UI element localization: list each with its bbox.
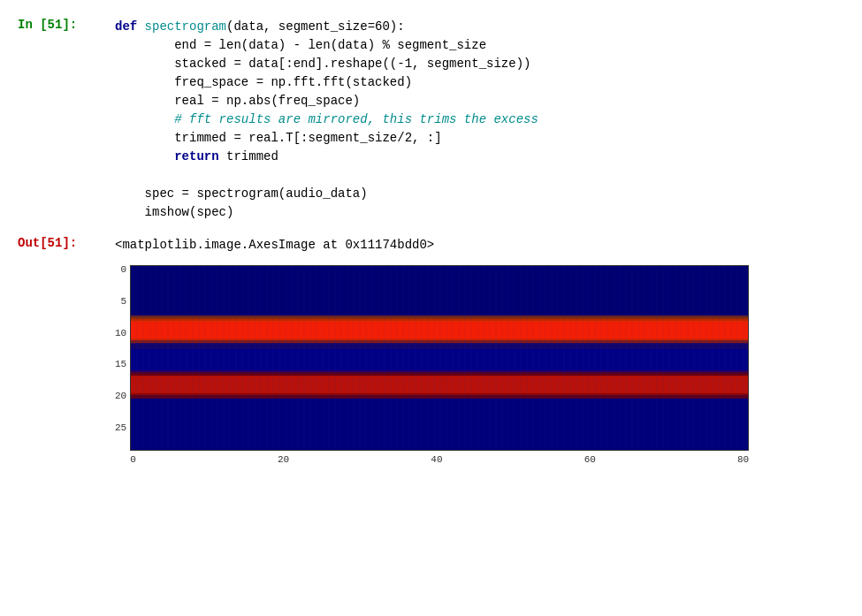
plot-area: 0 5 10 15 20 25 (115, 265, 858, 465)
x-label-40: 40 (431, 454, 442, 465)
code-line-6: # fft results are mirrored, this trims t… (115, 110, 858, 129)
code-line-7: trimmed = real.T[:segment_size/2, :] (115, 129, 858, 148)
keyword-def: def (115, 19, 145, 34)
code-line-8: return trimmed (115, 148, 858, 166)
x-label-60: 60 (584, 454, 596, 465)
output-row: Out[51]: <matplotlib.image.AxesImage at … (18, 236, 858, 255)
y-label-0: 0 (115, 265, 126, 275)
x-label-0: 0 (130, 454, 136, 465)
plot-container: 0 5 10 15 20 25 (115, 265, 858, 465)
output-text: <matplotlib.image.AxesImage at 0x11174bd… (115, 236, 434, 255)
code-text: (data, segment_size=60): (226, 19, 405, 34)
svg-rect-118 (131, 376, 749, 395)
input-row: In [51]: def spectrogram(data, segment_s… (18, 18, 858, 222)
svg-rect-116 (131, 343, 749, 374)
y-label-20: 20 (115, 392, 126, 401)
x-label-80: 80 (737, 454, 749, 465)
code-line-4: freq_space = np.fft.fft(stacked) (115, 73, 858, 92)
code-line-9: spec = spectrogram(audio_data) (115, 185, 858, 203)
x-axis-labels: 0 20 40 60 80 (130, 454, 749, 465)
y-label-25: 25 (115, 423, 126, 433)
code-line-5: real = np.abs(freq_space) (115, 92, 858, 110)
y-axis-labels: 0 5 10 15 20 25 (115, 265, 126, 451)
code-line-2: end = len(data) - len(data) % segment_si… (115, 36, 858, 55)
input-prompt: In [51]: (18, 18, 115, 32)
y-label-5: 5 (115, 297, 126, 307)
svg-rect-115 (131, 338, 749, 343)
x-label-20: 20 (278, 454, 289, 465)
y-label-15: 15 (115, 360, 126, 369)
plot-with-xaxis: /* column shading done via rect below */ (130, 265, 749, 465)
code-line-3: stacked = data[:end].reshape((-1, segmen… (115, 55, 858, 73)
y-label-10: 10 (115, 329, 126, 338)
spectrogram-image: /* column shading done via rect below */ (130, 265, 749, 451)
notebook-cell: In [51]: def spectrogram(data, segment_s… (18, 18, 858, 465)
svg-rect-113 (131, 319, 749, 340)
code-line-blank (115, 166, 858, 185)
code-line-1: def spectrogram(data, segment_size=60): (115, 18, 858, 36)
function-name: spectrogram (145, 19, 226, 34)
svg-rect-112 (131, 266, 749, 317)
svg-rect-119 (131, 393, 749, 399)
svg-rect-120 (131, 399, 749, 451)
code-line-10: imshow(spec) (115, 203, 858, 222)
svg-rect-114 (131, 316, 749, 321)
output-prompt: Out[51]: (18, 236, 115, 250)
code-block: def spectrogram(data, segment_size=60): … (115, 18, 858, 222)
spectrogram-svg: /* column shading done via rect below */ (131, 266, 749, 451)
